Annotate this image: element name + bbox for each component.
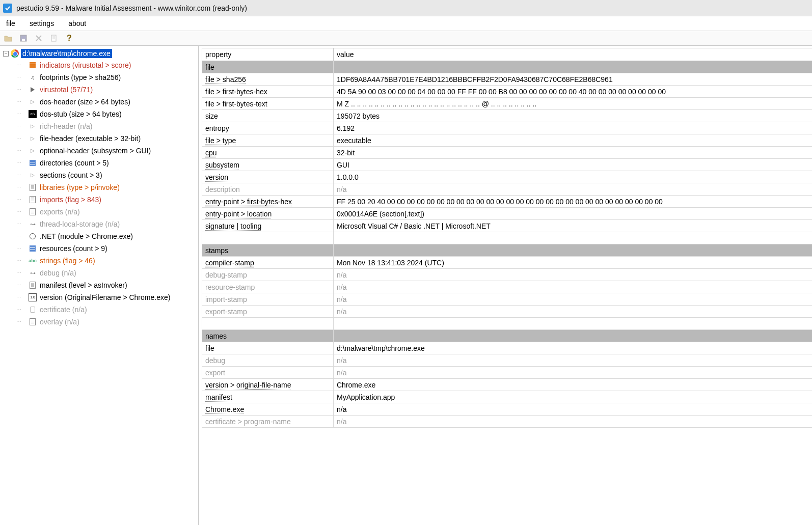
- spacer-row: [202, 318, 813, 330]
- tree-connector: ⋯: [16, 255, 25, 266]
- property-value: GUI: [334, 159, 813, 171]
- property-row[interactable]: compiler-stampMon Nov 18 13:41:03 2024 (…: [202, 257, 813, 269]
- ic-grid-icon: [29, 159, 37, 167]
- tree-item[interactable]: ⋯manifest (level > asInvoker): [16, 279, 197, 291]
- property-name: debug-stamp: [205, 271, 247, 279]
- property-row[interactable]: export-stampn/a: [202, 306, 813, 318]
- property-row[interactable]: subsystemGUI: [202, 159, 813, 171]
- property-row[interactable]: descriptionn/a: [202, 183, 813, 196]
- tree-item-label: indicators (virustotal > score): [40, 60, 131, 71]
- property-name: version > original-file-name: [205, 381, 291, 389]
- property-name: cpu: [205, 149, 217, 157]
- tree-item[interactable]: ⋯virustotal (57/71): [16, 84, 197, 96]
- property-row[interactable]: Chrome.exen/a: [202, 403, 813, 416]
- ic-doc-icon: [29, 318, 37, 326]
- tree-item-label: dos-header (size > 64 bytes): [40, 96, 130, 107]
- tree-item[interactable]: ⋯.NET (module > Chrome.exe): [16, 230, 197, 242]
- tree-item[interactable]: ⋯overlay (n/a): [16, 316, 197, 328]
- property-row[interactable]: file > first-bytes-textM Z .. .. .. .. .…: [202, 98, 813, 110]
- app-icon: [3, 4, 12, 13]
- ic-grid-icon: [29, 244, 37, 253]
- tree-item-label: .NET (module > Chrome.exe): [40, 231, 133, 242]
- property-row[interactable]: exportn/a: [202, 367, 813, 379]
- property-name: manifest: [205, 393, 232, 401]
- tree-item[interactable]: ⋯▷optional-header (subsystem > GUI): [16, 145, 197, 157]
- property-row[interactable]: file > sha2561DF69A8A4A75BB701E7E4BD1216…: [202, 73, 813, 86]
- property-row[interactable]: cpu32-bit: [202, 147, 813, 159]
- header-property[interactable]: property: [202, 48, 334, 61]
- property-row[interactable]: file > typeexecutable: [202, 134, 813, 147]
- tree-item[interactable]: ⋯▷file-header (executable > 32-bit): [16, 132, 197, 145]
- open-icon[interactable]: [3, 33, 13, 43]
- tree-connector: ⋯: [16, 108, 25, 120]
- tree-connector: ⋯: [16, 157, 25, 169]
- property-row[interactable]: import-stampn/a: [202, 293, 813, 306]
- tree-item[interactable]: ⋯abcstrings (flag > 46): [16, 255, 197, 267]
- tree-item[interactable]: ⋯certificate (n/a): [16, 303, 197, 316]
- tree-item[interactable]: ⋯1.0version (OriginalFilename > Chrome.e…: [16, 291, 197, 303]
- tree-item[interactable]: ⋯▷sections (count > 3): [16, 169, 197, 181]
- toolbar: ?: [0, 31, 812, 46]
- save-icon[interactable]: [18, 33, 29, 43]
- property-row[interactable]: certificate > program-namen/a: [202, 416, 813, 428]
- svg-rect-2: [51, 35, 56, 41]
- tree-item[interactable]: ⋯▷rich-header (n/a): [16, 120, 197, 132]
- property-name: file > type: [205, 136, 236, 145]
- tree-item[interactable]: ⋯indicators (virustotal > score): [16, 59, 197, 71]
- property-value: d:\malware\tmp\chrome.exe: [334, 342, 813, 354]
- tree-item-label: resources (count > 9): [40, 243, 107, 254]
- tree-item[interactable]: ⋯c:\dos-stub (size > 64 bytes): [16, 108, 197, 120]
- property-row[interactable]: version1.0.0.0: [202, 171, 813, 183]
- property-name: file > first-bytes-text: [205, 100, 267, 108]
- tree-connector: ⋯: [16, 267, 25, 279]
- tree-item[interactable]: ⋯exports (n/a): [16, 206, 197, 218]
- close-file-icon[interactable]: [34, 33, 44, 43]
- collapse-icon[interactable]: −: [3, 51, 9, 57]
- tree-connector: ⋯: [16, 96, 25, 107]
- property-name: entry-point > location: [205, 210, 272, 218]
- tree-item[interactable]: ⋯▷dos-header (size > 64 bytes): [16, 96, 197, 108]
- tree-item-label: virustotal (57/71): [40, 84, 93, 95]
- property-row[interactable]: entropy6.192: [202, 122, 813, 134]
- menu-file[interactable]: file: [3, 18, 18, 29]
- tree-item[interactable]: ⋯directories (count > 5): [16, 157, 197, 169]
- tree-item[interactable]: ⋯libraries (type > p/invoke): [16, 181, 197, 194]
- property-row[interactable]: size195072 bytes: [202, 110, 813, 122]
- ic-doc-icon: [29, 281, 37, 289]
- property-row[interactable]: debug-stampn/a: [202, 269, 813, 281]
- property-row[interactable]: manifestMyApplication.app: [202, 391, 813, 403]
- tree-item[interactable]: ⋯⊶debug (n/a): [16, 267, 197, 279]
- tree-item[interactable]: ⋯⊶thread-local-storage (n/a): [16, 218, 197, 230]
- property-row[interactable]: entry-point > location0x00014A6E (sectio…: [202, 208, 813, 220]
- tree-item[interactable]: ⋯♫footprints (type > sha256): [16, 71, 197, 84]
- copy-icon[interactable]: [49, 33, 59, 43]
- property-row[interactable]: debugn/a: [202, 354, 813, 367]
- property-value: 4D 5A 90 00 03 00 00 00 04 00 00 00 FF F…: [334, 86, 813, 98]
- property-value: n/a: [334, 183, 813, 196]
- property-row[interactable]: resource-stampn/a: [202, 281, 813, 293]
- tree-root-row[interactable]: − d:\malware\tmp\chrome.exe: [3, 49, 197, 58]
- header-value[interactable]: value: [334, 48, 813, 61]
- tree-root-label[interactable]: d:\malware\tmp\chrome.exe: [21, 49, 112, 58]
- spacer-row: [202, 232, 813, 244]
- property-row[interactable]: version > original-file-nameChrome.exe: [202, 379, 813, 391]
- menu-settings[interactable]: settings: [26, 18, 57, 29]
- menubar: file settings about: [0, 16, 812, 31]
- tree-connector: ⋯: [16, 84, 25, 95]
- tree-connector: ⋯: [16, 206, 25, 217]
- property-name: entry-point > first-bytes-hex: [205, 198, 292, 206]
- property-row[interactable]: entry-point > first-bytes-hexFF 25 00 20…: [202, 196, 813, 208]
- tree-item[interactable]: ⋯resources (count > 9): [16, 242, 197, 255]
- property-value: executable: [334, 134, 813, 147]
- property-value: n/a: [334, 281, 813, 293]
- help-icon[interactable]: ?: [64, 33, 74, 43]
- menu-about[interactable]: about: [65, 18, 89, 29]
- tree-item-label: rich-header (n/a): [40, 121, 93, 132]
- property-row[interactable]: file > first-bytes-hex4D 5A 90 00 03 00 …: [202, 86, 813, 98]
- property-row[interactable]: signature | toolingMicrosoft Visual C# /…: [202, 220, 813, 232]
- ic-play-icon: ▷: [29, 122, 37, 130]
- property-value: 195072 bytes: [334, 110, 813, 122]
- tree-item[interactable]: ⋯imports (flag > 843): [16, 194, 197, 206]
- property-row[interactable]: filed:\malware\tmp\chrome.exe: [202, 342, 813, 354]
- tree-connector: ⋯: [16, 292, 25, 303]
